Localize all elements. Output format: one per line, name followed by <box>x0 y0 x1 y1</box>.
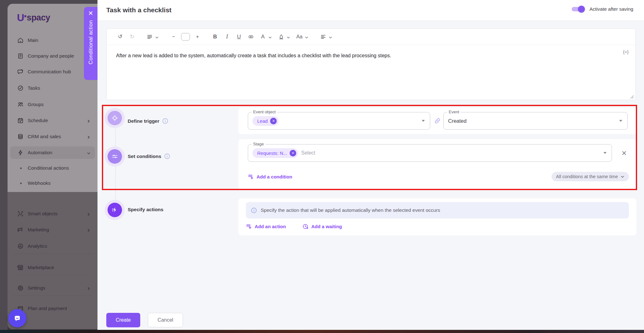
chevron-down-icon <box>268 35 272 39</box>
toggle-thumb <box>578 6 585 13</box>
step-label: Specify actions <box>128 207 164 212</box>
undo-icon[interactable]: ↺ <box>115 32 125 42</box>
typography-icon: Aa <box>295 32 304 42</box>
step-label: Define trigger <box>128 118 159 124</box>
conditions-card: Stage Requests: N... ✕ Select ✕ Add a co… <box>238 139 636 189</box>
app-root: U spacy Main Company and people Communic… <box>0 0 644 333</box>
align-menu[interactable] <box>319 32 332 42</box>
event-object-chip: Lead ✕ <box>253 116 279 126</box>
increase-font-icon[interactable]: + <box>193 32 202 42</box>
remove-condition-icon[interactable]: ✕ <box>621 150 627 156</box>
actions-step-icon <box>108 203 122 217</box>
conditional-action-panel: Task with a checklist Activate after sav… <box>97 0 644 333</box>
dropdown-caret-icon <box>422 120 425 122</box>
conditions-step-icon <box>108 149 122 164</box>
insert-variable-icon[interactable]: {+} <box>623 49 629 54</box>
trigger-step-header: Define trigger <box>128 118 168 124</box>
link-icon[interactable] <box>246 32 256 42</box>
editor-toolbar: ↺ ↻ − + B I U A <box>107 29 636 45</box>
conditions-step-header: Set conditions <box>128 153 170 159</box>
trigger-step-icon <box>108 111 122 125</box>
highlight-color-menu[interactable] <box>276 32 290 42</box>
chevron-down-icon <box>329 35 332 39</box>
description-text[interactable]: After a new lead is added to the system,… <box>116 52 595 59</box>
add-action-link[interactable]: Add an action <box>246 223 286 229</box>
stage-chip: Requests: N... ✕ <box>253 148 298 158</box>
bold-button[interactable]: B <box>210 32 220 42</box>
align-left-icon <box>319 32 328 42</box>
conditions-mode-label: All conditions at the same time <box>556 174 618 179</box>
chip-label: Requests: N... <box>257 150 287 156</box>
step-connector-line <box>115 127 116 206</box>
actions-step-header: Specify actions <box>128 207 164 212</box>
trigger-card: Event object Lead ✕ Event Created <box>238 108 636 134</box>
add-waiting-link[interactable]: Add a waiting <box>303 223 342 229</box>
page-title: Task with a checklist <box>106 6 171 14</box>
decrease-font-icon[interactable]: − <box>169 32 178 42</box>
info-icon[interactable] <box>164 153 170 159</box>
modal-backdrop[interactable] <box>0 0 97 333</box>
info-icon[interactable] <box>162 118 168 124</box>
panel-header: Task with a checklist Activate after sav… <box>97 0 644 21</box>
resize-handle-icon[interactable] <box>630 94 634 98</box>
text-color-icon: A <box>258 32 268 42</box>
screen-bottom-edge <box>0 330 644 333</box>
link-chain-icon <box>434 117 441 124</box>
actions-card: Specify the action that will be applied … <box>238 198 636 235</box>
create-button[interactable]: Create <box>106 313 140 327</box>
chevron-down-icon <box>305 35 308 39</box>
add-condition-link[interactable]: Add a condition <box>248 174 292 180</box>
step-label: Set conditions <box>128 154 161 159</box>
chat-bubble-icon <box>13 314 22 323</box>
select-value: Created <box>448 118 467 124</box>
conditional-action-tab-label: Conditional action <box>88 20 94 65</box>
event-select[interactable]: Event Created <box>443 112 628 130</box>
redo-icon: ↻ <box>127 32 137 42</box>
chevron-down-icon <box>155 35 159 39</box>
conditional-action-tab[interactable]: ✕ Conditional action <box>84 7 97 80</box>
dropdown-caret-icon <box>603 152 607 154</box>
dropdown-caret-icon <box>619 120 622 122</box>
close-icon[interactable]: ✕ <box>88 10 93 16</box>
event-object-select[interactable]: Event object Lead ✕ <box>248 112 430 130</box>
line-spacing-icon <box>145 32 154 42</box>
add-waiting-label: Add a waiting <box>311 224 342 229</box>
chip-label: Lead <box>257 118 268 124</box>
line-spacing-menu[interactable] <box>145 32 159 42</box>
chevron-down-icon <box>620 175 625 179</box>
cancel-button[interactable]: Cancel <box>148 313 183 327</box>
chip-remove-icon[interactable]: ✕ <box>270 118 277 124</box>
underline-button[interactable]: U <box>234 32 244 42</box>
support-chat-button[interactable] <box>8 309 26 327</box>
info-icon <box>251 207 257 213</box>
typography-menu[interactable]: Aa <box>295 32 308 42</box>
activate-after-saving-toggle[interactable] <box>572 7 584 12</box>
actions-info-banner: Specify the action that will be applied … <box>246 202 629 218</box>
text-color-menu[interactable]: A <box>258 32 272 42</box>
stage-select[interactable]: Stage Requests: N... ✕ Select <box>248 144 612 162</box>
toggle-label: Activate after saving <box>589 6 633 12</box>
italic-button[interactable]: I <box>222 32 232 42</box>
chevron-down-icon <box>286 35 290 39</box>
select-placeholder: Select <box>301 150 315 156</box>
description-editor: ↺ ↻ − + B I U A <box>106 28 636 100</box>
highlight-color-icon <box>276 32 286 42</box>
conditions-mode-dropdown[interactable]: All conditions at the same time <box>552 172 629 181</box>
chip-remove-icon[interactable]: ✕ <box>290 150 296 156</box>
add-action-label: Add an action <box>255 224 286 229</box>
actions-info-text: Specify the action that will be applied … <box>261 207 440 213</box>
font-size-box[interactable] <box>181 32 190 42</box>
add-condition-label: Add a condition <box>257 174 292 179</box>
